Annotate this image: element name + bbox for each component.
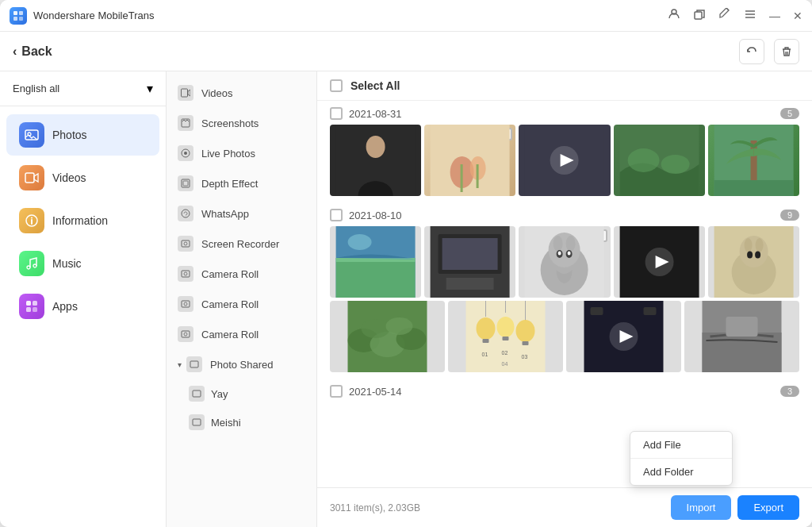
square-icon[interactable] [693,8,706,23]
svg-point-91 [477,317,496,340]
middle-camera-roll-1-icon [178,266,193,282]
sidebar-item-videos[interactable]: Videos [6,157,159,198]
svg-rect-29 [182,271,190,277]
sub-item-yay[interactable]: Yay [167,379,316,408]
user-icon[interactable] [668,8,680,23]
photo-thumb-5[interactable] [708,125,799,196]
photo-thumb-3[interactable] [519,125,610,196]
svg-rect-55 [336,258,416,298]
photo-thumb-12[interactable]: 01 02 03 04 [448,301,563,372]
photo-shared-icon [186,356,202,372]
photo-thumb-11[interactable] [330,301,445,372]
nav-bar: ‹ Back [0,32,812,71]
sub-yay-icon [189,386,205,402]
middle-item-camera-roll-3[interactable]: Camera Roll [167,319,316,349]
export-button[interactable]: Export [737,495,799,520]
photo-thumb-9[interactable] [614,226,705,298]
section3-checkbox[interactable] [330,385,343,398]
close-button[interactable]: ✕ [793,10,802,22]
photo-thumb-2[interactable] [424,125,515,196]
main-content: English all ▾ Photos [0,71,812,527]
sidebar-item-music[interactable]: Music [6,243,159,284]
photo-grid-2b: 01 02 03 04 [330,301,799,372]
middle-item-depth-effect[interactable]: Depth Effect [167,168,316,198]
count-badge-2: 9 [780,210,799,221]
photo-shared-label: Photo Shared [210,359,274,371]
select-all-header: Select All [317,71,812,101]
sidebar-item-photos[interactable]: Photos [6,114,159,156]
add-folder-item[interactable]: Add Folder [630,459,732,485]
svg-rect-11 [25,173,34,183]
svg-point-32 [184,302,187,306]
photo-thumb-14[interactable] [684,301,799,372]
import-button[interactable]: Import [671,495,732,520]
photo-thumb-6[interactable] [330,226,421,298]
middle-item-camera-roll-1[interactable]: Camera Roll [167,259,316,289]
svg-point-64 [549,233,580,267]
undo-button[interactable] [739,39,764,64]
photo-thumb-7[interactable] [424,226,515,298]
delete-button[interactable] [774,39,799,64]
language-label: English all [13,83,59,94]
svg-point-57 [348,234,372,250]
svg-point-70 [568,252,571,256]
svg-rect-37 [193,419,201,425]
svg-rect-5 [695,12,702,19]
middle-item-videos[interactable]: Videos [167,78,316,108]
svg-rect-16 [26,301,31,306]
middle-item-camera-roll-2[interactable]: Camera Roll [167,289,316,319]
svg-rect-0 [13,11,17,15]
count-badge-3: 3 [780,386,799,397]
information-icon [19,208,44,233]
svg-rect-21 [182,119,190,127]
videos-label: Videos [52,171,86,184]
section2-checkbox[interactable] [330,209,343,221]
app-icon [10,7,27,25]
sidebar-item-apps[interactable]: Apps [6,286,159,327]
middle-whatsapp-icon [178,206,193,221]
minimize-button[interactable]: — [769,10,780,22]
middle-item-live-photos[interactable]: Live Photos [167,138,316,168]
svg-point-95 [516,320,535,342]
language-dropdown[interactable]: English all ▾ [0,71,166,106]
photo-thumb-13[interactable] [566,301,681,372]
select-all-checkbox[interactable] [330,79,343,92]
date-header-3: 2021-05-14 3 [330,379,799,402]
middle-camera-roll-2-label: Camera Roll [201,298,259,310]
svg-point-80 [755,252,760,259]
photo-thumb-1[interactable] [330,125,421,196]
svg-rect-19 [33,307,37,312]
add-file-item[interactable]: Add File [630,432,732,459]
sub-item-meishi[interactable]: Meishi [167,408,316,437]
photo-shared-arrow-icon: ▾ [178,360,182,369]
photo-thumb-10[interactable] [708,226,799,298]
middle-item-whatsapp[interactable]: WhatsApp [167,198,316,229]
photo-thumb-8[interactable] [519,226,610,298]
date-header-1: 2021-08-31 5 [330,101,799,125]
middle-live-photos-icon [178,145,193,161]
sidebar-item-information[interactable]: Information [6,200,159,241]
middle-item-screenshots[interactable]: Screenshots [167,108,316,138]
svg-point-34 [184,333,187,336]
photo-thumb-4[interactable] [614,125,705,196]
svg-rect-61 [446,278,494,290]
item-count: 3011 item(s), 2.03GB [330,502,420,514]
menu-icon[interactable] [744,8,756,24]
edit-icon[interactable] [718,8,731,24]
date-label-1: 2021-08-31 [349,108,402,120]
photo-shared-header[interactable]: ▾ Photo Shared [167,349,316,379]
svg-rect-33 [182,331,190,337]
svg-rect-44 [477,164,479,188]
svg-rect-31 [182,301,190,307]
section1-checkbox[interactable] [330,107,343,120]
svg-point-50 [661,155,689,174]
information-label: Information [52,214,108,227]
svg-rect-104 [591,307,603,315]
back-button[interactable]: ‹ Back [13,44,52,59]
svg-rect-92 [483,339,489,343]
photo-scroll[interactable]: 2021-08-31 5 [317,101,812,487]
svg-rect-43 [461,164,463,192]
svg-point-28 [184,242,187,245]
middle-item-screen-recorder[interactable]: Screen Recorder [167,229,316,259]
svg-point-69 [558,252,561,256]
